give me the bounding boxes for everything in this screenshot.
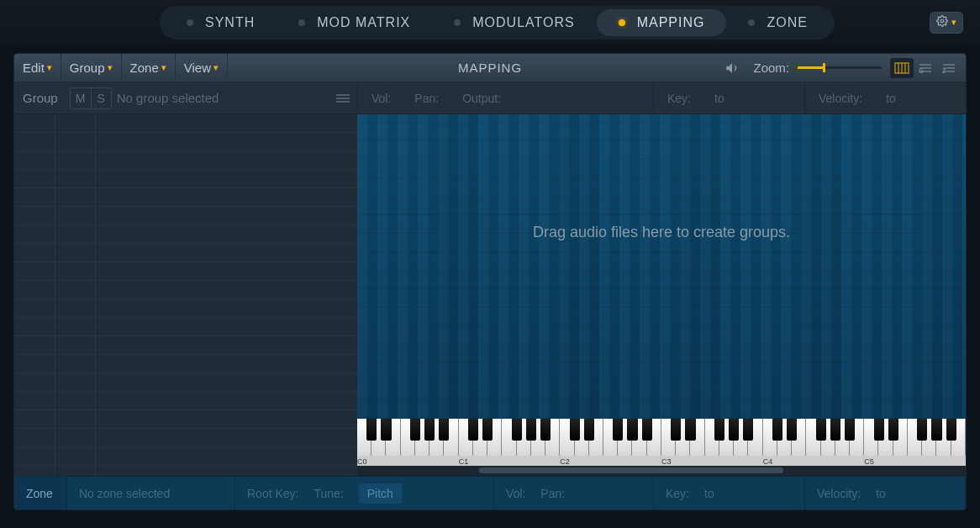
group-key-to-label[interactable]: to [714,92,724,105]
zone-section-label: Zone [14,477,67,510]
zone-name-field[interactable]: No zone selected [79,487,170,500]
tab-zone[interactable]: ZONE [726,9,829,36]
mapping-panel: Edit▾ Group▾ Zone▾ View▾ MAPPING Zoom: G… [13,53,967,510]
zoom-slider[interactable] [798,61,882,75]
piano-keyboard[interactable]: C0C1C2C3C4C5 [357,419,966,466]
zone-inspector-bar: Zone No zone selected Root Key: Tune: Pi… [14,476,966,510]
zoom-label: Zoom: [753,61,789,75]
mapping-editor: Drag audio files here to create groups. … [14,114,966,476]
drag-hint-text: Drag audio files here to create groups. [357,224,966,241]
mute-button[interactable]: M [71,88,91,108]
settings-button[interactable]: ▾ [930,12,963,34]
group-inspector-bar: Group M S No group selected Vol: Pan: Ou… [14,82,966,114]
top-tab-bar: SYNTH MOD MATRIX MODULATORS MAPPING ZONE… [0,0,980,45]
tab-label: MAPPING [637,15,705,30]
group-output-label[interactable]: Output: [462,92,501,105]
tab-label: ZONE [767,15,807,30]
group-velocity-to-label[interactable]: to [886,92,896,105]
svg-point-0 [940,19,944,23]
zone-menu[interactable]: Zone▾ [122,54,176,82]
chevron-down-icon: ▾ [108,62,113,73]
zone-pitch-button[interactable]: Pitch [359,483,402,504]
tab-mod-matrix[interactable]: MOD MATRIX [277,9,432,36]
zone-key-to-label[interactable]: to [704,487,714,500]
zone-rootkey-label[interactable]: Root Key: [247,487,298,500]
panel-toolbar: Edit▾ Group▾ Zone▾ View▾ MAPPING Zoom: G… [14,54,966,82]
panel-title: MAPPING [458,61,522,75]
tab-label: MODULATORS [472,15,574,30]
octave-label: C1 [459,457,469,466]
solo-button[interactable]: S [91,88,111,108]
zone-velocity-to-label[interactable]: to [876,487,886,500]
tab-label: SYNTH [205,15,255,30]
chevron-down-icon: ▾ [47,62,52,73]
view-mode-group-list-icon[interactable]: G [914,58,937,78]
group-vol-label[interactable]: Vol: [371,92,391,105]
octave-label: C5 [864,457,874,466]
zone-key-label[interactable]: Key: [666,487,689,500]
group-pan-label[interactable]: Pan: [414,92,439,105]
horizontal-scrollbar[interactable] [357,466,966,476]
zone-pan-label[interactable]: Pan: [540,487,565,500]
group-menu[interactable]: Group▾ [61,54,122,82]
octave-label: C0 [357,457,367,466]
tab-modulators[interactable]: MODULATORS [432,9,596,36]
tab-mapping[interactable]: MAPPING [597,9,727,36]
view-mode-keymap-icon[interactable] [890,58,914,78]
group-velocity-label[interactable]: Velocity: [819,92,862,105]
tab-synth[interactable]: SYNTH [165,9,277,36]
octave-label: C2 [560,457,570,466]
chevron-down-icon: ▾ [161,62,166,73]
group-name-field[interactable]: No group selected [117,91,302,105]
tab-label: MOD MATRIX [317,15,410,30]
svg-text:Z: Z [942,68,946,74]
zone-velocity-label[interactable]: Velocity: [817,487,861,500]
group-section-label: Group [14,91,66,105]
audition-volume-button[interactable] [723,59,741,77]
chevron-down-icon: ▾ [213,62,219,73]
zone-tune-label[interactable]: Tune: [313,487,343,500]
group-list-sidebar[interactable] [14,114,357,476]
group-list-icon[interactable] [332,87,354,109]
view-menu[interactable]: View▾ [176,54,228,82]
velocity-key-grid[interactable]: Drag audio files here to create groups. [357,114,966,419]
edit-menu[interactable]: Edit▾ [14,54,61,82]
chevron-down-icon: ▾ [951,17,956,28]
view-mode-zone-list-icon[interactable]: Z [937,58,961,78]
svg-text:G: G [919,68,923,74]
gear-icon [936,15,948,30]
octave-label: C4 [763,457,773,466]
group-key-label[interactable]: Key: [667,92,691,105]
octave-label: C3 [661,457,672,466]
zone-vol-label[interactable]: Vol: [506,487,525,500]
